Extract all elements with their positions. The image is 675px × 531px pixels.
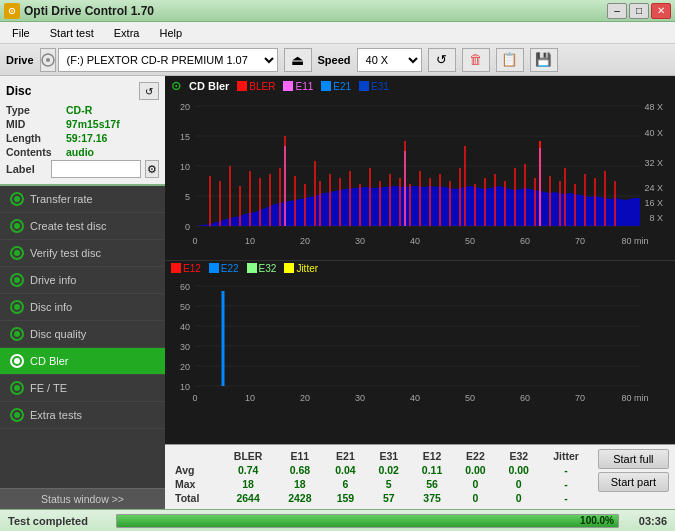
sidebar-item-verify-test-disc[interactable]: Verify test disc (0, 240, 165, 267)
close-button[interactable]: ✕ (651, 3, 671, 19)
legend-e22-color (209, 263, 219, 273)
progress-bar-container: 100.0% (116, 514, 619, 528)
svg-text:60: 60 (520, 236, 530, 246)
sidebar-item-label: CD Bler (30, 355, 69, 367)
row-max-label: Max (171, 477, 220, 491)
disc-panel: Disc ↺ Type CD-R MID 97m15s17f Length 59… (0, 76, 165, 186)
table-row: Total 2644 2428 159 57 375 0 0 - (171, 491, 592, 505)
row-total-label: Total (171, 491, 220, 505)
title-left: ⊙ Opti Drive Control 1.70 (4, 3, 154, 19)
app-title: Opti Drive Control 1.70 (24, 4, 154, 18)
svg-text:80 min: 80 min (621, 236, 648, 246)
legend-e12: E12 (171, 263, 201, 274)
drive-select[interactable]: (F:) PLEXTOR CD-R PREMIUM 1.07 (58, 48, 278, 72)
speed-label: Speed (318, 54, 351, 66)
drive-icon (40, 48, 56, 72)
legend-e11: E11 (283, 81, 313, 92)
svg-text:40 X: 40 X (644, 128, 663, 138)
svg-text:50: 50 (465, 236, 475, 246)
copy-button[interactable]: 📋 (496, 48, 524, 72)
table-row: Avg 0.74 0.68 0.04 0.02 0.11 0.00 0.00 - (171, 463, 592, 477)
svg-text:5: 5 (185, 192, 190, 202)
disc-type-value: CD-R (66, 104, 92, 116)
legend-e12-color (171, 263, 181, 273)
top-chart-title: CD Bler (189, 80, 229, 92)
legend-e32-label: E32 (259, 263, 277, 274)
sidebar-item-icon (10, 300, 24, 314)
svg-text:20: 20 (180, 362, 190, 372)
svg-text:70: 70 (575, 236, 585, 246)
stats-table: BLER E11 E21 E31 E12 E22 E32 Jitter Avg (171, 449, 592, 505)
eject-button[interactable]: ⏏ (284, 48, 312, 72)
maximize-button[interactable]: □ (629, 3, 649, 19)
menu-extra[interactable]: Extra (106, 25, 148, 41)
svg-text:20: 20 (300, 236, 310, 246)
legend-e22-label: E22 (221, 263, 239, 274)
row-avg-label: Avg (171, 463, 220, 477)
sidebar-item-drive-info[interactable]: Drive info (0, 267, 165, 294)
sidebar-item-disc-quality[interactable]: Disc quality (0, 321, 165, 348)
row-total-e32: 0 (497, 491, 540, 505)
progress-text: 100.0% (580, 515, 614, 527)
sidebar-item-disc-info[interactable]: Disc info (0, 294, 165, 321)
start-part-button[interactable]: Start part (598, 472, 669, 492)
start-full-button[interactable]: Start full (598, 449, 669, 469)
disc-label-gear-button[interactable]: ⚙ (145, 160, 159, 178)
bottom-status-bar: Test completed 100.0% 03:36 (0, 509, 675, 531)
menu-file[interactable]: File (4, 25, 38, 41)
window-controls: – □ ✕ (607, 3, 671, 19)
row-max-e32: 0 (497, 477, 540, 491)
disc-label-input[interactable] (51, 160, 141, 178)
row-max-e22: 0 (454, 477, 497, 491)
disc-mid-label: MID (6, 118, 66, 130)
sidebar-item-extra-tests[interactable]: Extra tests (0, 402, 165, 429)
erase-button[interactable]: 🗑 (462, 48, 490, 72)
legend-e31: E31 (359, 81, 389, 92)
sidebar-item-create-test-disc[interactable]: Create test disc (0, 213, 165, 240)
disc-length-value: 59:17.16 (66, 132, 107, 144)
legend-e32: E32 (247, 263, 277, 274)
legend-e21: E21 (321, 81, 351, 92)
speed-select[interactable]: 40 X (357, 48, 422, 72)
legend-bler-color (237, 81, 247, 91)
disc-panel-title: Disc (6, 84, 31, 98)
svg-point-1 (46, 58, 50, 62)
refresh-button[interactable]: ↺ (428, 48, 456, 72)
legend-e11-label: E11 (295, 81, 313, 92)
sidebar-item-icon (10, 273, 24, 287)
minimize-button[interactable]: – (607, 3, 627, 19)
disc-contents-value: audio (66, 146, 94, 158)
svg-text:50: 50 (180, 302, 190, 312)
legend-e31-label: E31 (371, 81, 389, 92)
top-chart-legend: ⊙ CD Bler BLER E11 E21 E31 (165, 76, 675, 96)
disc-label-key: Label (6, 163, 47, 175)
bottom-chart-legend: E12 E22 E32 Jitter (165, 261, 675, 276)
svg-text:40: 40 (410, 393, 420, 403)
row-total-e11: 2428 (276, 491, 324, 505)
svg-text:10: 10 (245, 236, 255, 246)
disc-type-label: Type (6, 104, 66, 116)
disc-refresh-button[interactable]: ↺ (139, 82, 159, 100)
row-max-e31: 5 (367, 477, 410, 491)
col-header-bler: BLER (220, 449, 276, 463)
sidebar-item-label: Verify test disc (30, 247, 101, 259)
legend-e11-color (283, 81, 293, 91)
svg-text:10: 10 (245, 393, 255, 403)
status-window-button[interactable]: Status window >> (0, 488, 165, 509)
sidebar-item-cd-bler[interactable]: CD Bler (0, 348, 165, 375)
svg-text:10: 10 (180, 382, 190, 392)
sidebar-nav: Transfer rate Create test disc Verify te… (0, 186, 165, 488)
save-button[interactable]: 💾 (530, 48, 558, 72)
menu-start-test[interactable]: Start test (42, 25, 102, 41)
titlebar: ⊙ Opti Drive Control 1.70 – □ ✕ (0, 0, 675, 22)
svg-text:0: 0 (185, 222, 190, 232)
sidebar-item-transfer-rate[interactable]: Transfer rate (0, 186, 165, 213)
toolbar: Drive (F:) PLEXTOR CD-R PREMIUM 1.07 ⏏ S… (0, 44, 675, 76)
row-avg-e21: 0.04 (324, 463, 367, 477)
sidebar-item-fe-te[interactable]: FE / TE (0, 375, 165, 402)
row-max-bler: 18 (220, 477, 276, 491)
svg-text:15: 15 (180, 132, 190, 142)
sidebar-item-icon (10, 408, 24, 422)
menu-help[interactable]: Help (151, 25, 190, 41)
row-max-jitter: - (540, 477, 591, 491)
